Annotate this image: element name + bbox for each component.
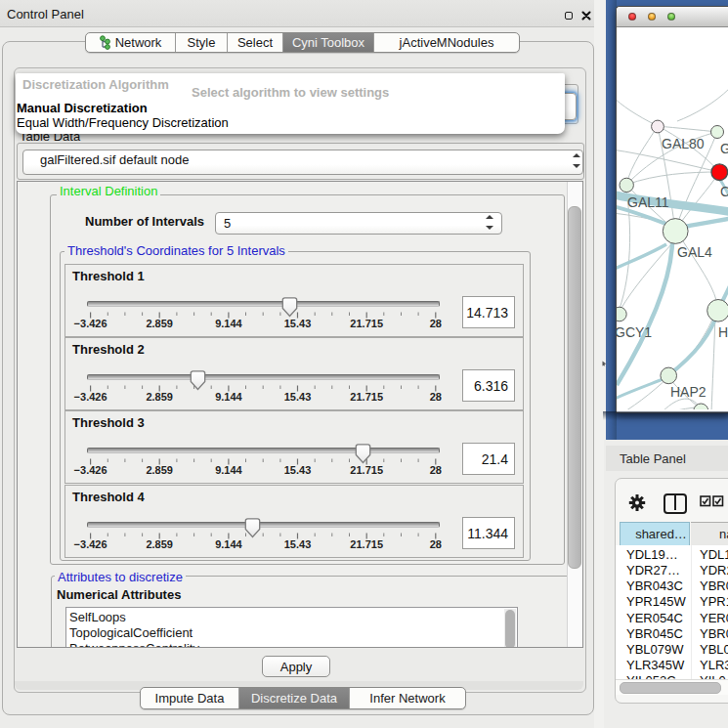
svg-text:GAL80: GAL80 [662,136,705,151]
svg-text:GAL11: GAL11 [627,194,669,210]
svg-text:HAP2: HAP2 [670,384,707,400]
svg-text:H: H [718,324,728,340]
svg-text:GA: GA [720,141,728,156]
svg-text:GAL4: GAL4 [677,244,712,260]
svg-text:GCY1: GCY1 [617,324,652,340]
svg-text:C: C [720,184,728,199]
